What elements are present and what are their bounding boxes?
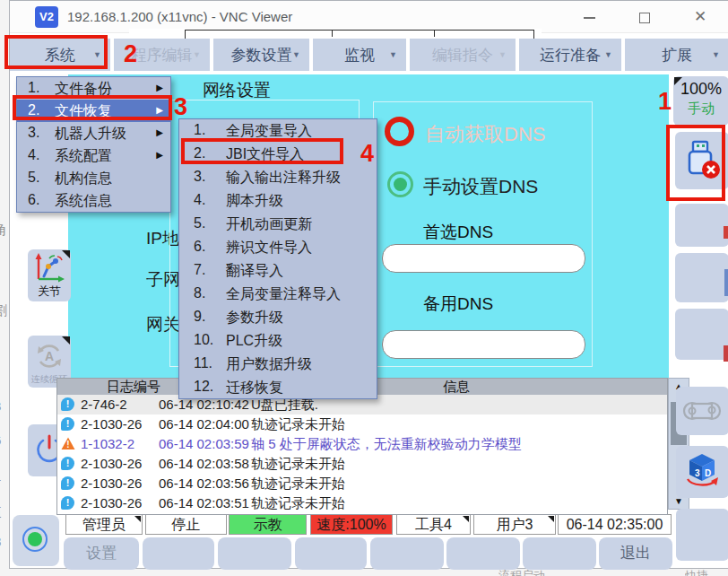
gamepad-icon xyxy=(680,393,724,429)
joint-mode-label: 关节 xyxy=(28,284,71,300)
log-time: 06-14 02:03:51 xyxy=(159,495,249,511)
toolbar-button-empty[interactable] xyxy=(675,253,728,302)
background-fragment: 6 xyxy=(0,433,8,447)
submenu-item-migration-restore[interactable]: 12.迁移恢复 xyxy=(179,376,377,399)
menu-run-prepare[interactable]: 运行准备▼ xyxy=(519,39,621,71)
item-label: 开机动画更新 xyxy=(226,215,312,234)
log-info-header: 信息 xyxy=(398,379,515,396)
log-row[interactable]: ! 2-1030-26 06-14 02:03:56 轨迹记录未开始 xyxy=(57,474,667,493)
submenu-item-boot-animation-update[interactable]: 5.开机动画更新 xyxy=(179,213,377,236)
item-number: 1. xyxy=(194,122,205,138)
radio-dot xyxy=(394,178,407,191)
log-time: 06-14 02:03:56 xyxy=(159,476,249,491)
backup-dns-input[interactable] xyxy=(382,330,585,359)
log-rows: ! 2-746-2 06-14 02:10:42 U盘已挂载. ! 2-1030… xyxy=(57,395,667,515)
item-label: 系统配置 xyxy=(55,147,112,166)
manual-dns-radio[interactable] xyxy=(387,171,413,197)
background-fragment: 割 xyxy=(0,303,8,317)
close-button[interactable]: ✕ xyxy=(688,6,713,28)
auto-dns-radio[interactable] xyxy=(385,117,414,146)
maximize-button[interactable] xyxy=(632,6,657,28)
menu-item-system-config[interactable]: 4. 系统配置 ▶ xyxy=(17,144,170,167)
item-number: 5. xyxy=(28,170,39,186)
submenu-item-identify-file-import[interactable]: 6.辨识文件导入 xyxy=(179,236,377,259)
submenu-item-user-data-upgrade[interactable]: 11.用户数据升级 xyxy=(179,353,377,376)
dns-config-box: 自动获取DNS 手动设置DNS 首选DNS 备用DNS xyxy=(373,101,593,367)
item-number: 5. xyxy=(194,215,205,231)
menu-item-robot-upgrade[interactable]: 3. 机器人升级 ▶ xyxy=(17,122,170,144)
bottom-button-empty[interactable] xyxy=(370,537,444,570)
item-number: 10. xyxy=(194,332,213,348)
svg-text:!: ! xyxy=(66,440,69,449)
background-fragment: 1 xyxy=(0,469,8,483)
background-fragment: 流程启动 xyxy=(498,568,545,576)
log-row[interactable]: ! 2-1030-26 06-14 02:04:00 轨迹记录未开始 xyxy=(57,415,667,434)
screen: 角 割 3 6 1 1 4 8 V2 192.168.1.200 (x11vnc… xyxy=(0,0,728,576)
submenu-item-parameter-upgrade[interactable]: 9.参数升级 xyxy=(179,306,377,329)
log-row[interactable]: ! 2-1030-26 06-14 02:03:51 轨迹记录未开始 xyxy=(57,493,667,513)
chevron-down-icon: ▼ xyxy=(498,50,507,59)
annotation-number-3: 3 xyxy=(174,93,187,121)
background-fragment: 角 xyxy=(0,223,8,236)
item-label: 输入输出注释升级 xyxy=(226,169,341,188)
exit-button[interactable]: 退出 xyxy=(599,537,672,570)
tool-status[interactable]: 工具4 xyxy=(396,514,471,535)
submenu-item-plc-upgrade[interactable]: 10.PLC升级 xyxy=(179,329,377,353)
submenu-item-script-upgrade[interactable]: 4.脚本升级 xyxy=(179,189,377,213)
joint-mode-button[interactable]: 关节 xyxy=(28,249,71,301)
menu-extension[interactable]: 扩展▼ xyxy=(625,39,728,71)
primary-dns-input[interactable] xyxy=(382,244,585,273)
menu-item-system-info[interactable]: 6. 系统信息 xyxy=(17,189,170,212)
bottom-button-empty[interactable] xyxy=(218,537,291,570)
role-status[interactable]: 管理员 xyxy=(65,514,143,535)
3d-view-button[interactable]: 3 D xyxy=(676,446,728,498)
toolbar-button-empty[interactable] xyxy=(676,509,728,561)
background-fragment xyxy=(724,269,728,296)
submenu-item-io-comment-upgrade[interactable]: 3.输入输出注释升级 xyxy=(179,166,377,189)
bottom-button-empty[interactable] xyxy=(295,537,367,570)
settings-button[interactable]: 设置 xyxy=(64,537,139,570)
chevron-down-icon: ▼ xyxy=(292,50,300,59)
annotation-box-system xyxy=(4,35,108,69)
3d-cube-icon: 3 D xyxy=(681,450,723,493)
log-message: 轴 5 处于屏蔽状态，无法重新校验动力学模型 xyxy=(251,436,522,453)
submenu-item-translation-import[interactable]: 7.翻译导入 xyxy=(179,259,377,283)
log-message: 轨迹记录未开始 xyxy=(251,495,345,512)
toolbar-button-empty[interactable] xyxy=(675,204,728,247)
speed-percent-button[interactable]: 100% 手动 xyxy=(673,76,728,126)
gamepad-button[interactable] xyxy=(676,387,728,435)
menu-label: 运行准备 xyxy=(540,45,601,65)
minimize-button[interactable] xyxy=(576,6,602,28)
submenu-item-global-var-comment-import[interactable]: 8.全局变量注释导入 xyxy=(179,283,377,306)
item-label: 全局变量注释导入 xyxy=(226,285,341,304)
chevron-down-icon: ▼ xyxy=(712,50,720,59)
item-label: 迁移恢复 xyxy=(226,379,283,397)
log-row[interactable]: ! 1-1032-2 06-14 02:03:59 轴 5 处于屏蔽状态，无法重… xyxy=(57,434,667,454)
item-label: 系统信息 xyxy=(55,192,112,211)
bottom-button-empty[interactable] xyxy=(143,537,214,570)
teach-mode-status[interactable]: 示教 xyxy=(229,514,307,535)
divider xyxy=(434,30,435,37)
chevron-down-icon: ▼ xyxy=(604,50,612,59)
servo-power-button[interactable] xyxy=(13,515,59,566)
menu-parameter-settings[interactable]: 参数设置▼ xyxy=(213,39,309,71)
bottom-button-empty[interactable] xyxy=(523,537,596,570)
user-status[interactable]: 用户3 xyxy=(473,514,556,535)
toolbar-button-empty[interactable] xyxy=(675,309,728,360)
menu-monitor[interactable]: 监视▼ xyxy=(313,39,406,71)
log-row[interactable]: ! 2-1030-26 06-14 02:03:58 轨迹记录未开始 xyxy=(57,454,667,474)
item-number: 8. xyxy=(194,285,205,301)
item-number: 12. xyxy=(194,379,213,395)
item-label: PLC升级 xyxy=(226,332,282,351)
menu-edit-instruction[interactable]: 编辑指令▼ xyxy=(410,39,516,71)
log-id: 2-1030-26 xyxy=(81,495,142,511)
speed-status[interactable]: 速度:100% xyxy=(310,514,393,535)
annotation-box-usb xyxy=(666,125,725,201)
item-label: 用户数据升级 xyxy=(226,355,312,374)
log-id: 2-1030-26 xyxy=(81,456,142,471)
info-icon: ! xyxy=(61,457,74,470)
bottom-button-empty[interactable] xyxy=(446,537,520,570)
background-fragment: 快捷 xyxy=(685,568,708,576)
run-state-status[interactable]: 停止 xyxy=(145,514,227,535)
menu-item-mechanism-info[interactable]: 5. 机构信息 xyxy=(17,167,170,189)
